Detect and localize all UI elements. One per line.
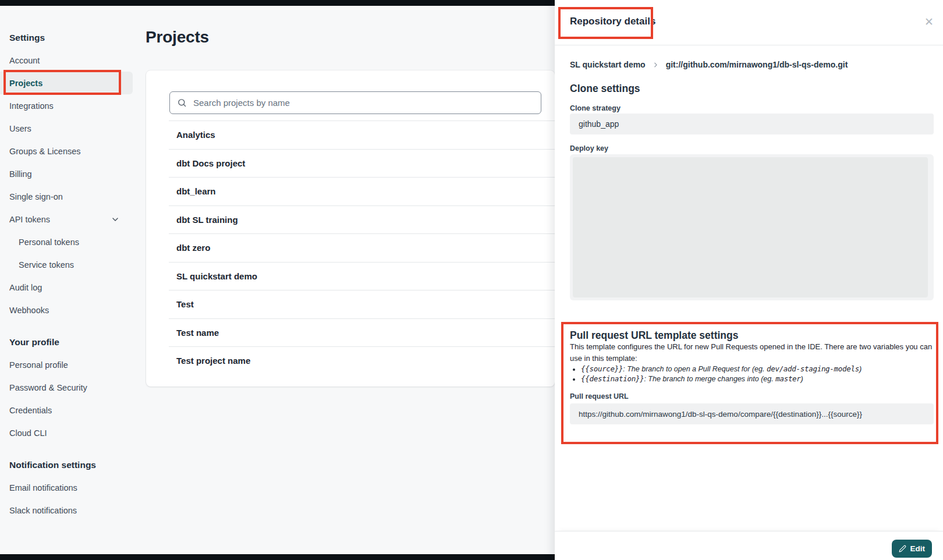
destination-example-code: master <box>775 374 800 383</box>
project-name: SL quickstart demo <box>176 271 257 281</box>
sidebar-item-label: Slack notifications <box>9 506 77 515</box>
pencil-icon <box>899 545 906 552</box>
project-row[interactable]: Analytics <box>169 120 555 149</box>
project-name: dbt Docs project <box>176 158 245 168</box>
breadcrumb-repo: git://github.com/mirnawong1/db-sl-qs-dem… <box>666 60 848 69</box>
project-row[interactable]: Test name <box>169 318 555 347</box>
project-row[interactable]: dbt zero <box>169 233 555 262</box>
sidebar-item-projects[interactable]: Projects <box>0 72 133 94</box>
panel-title: Repository details <box>570 16 655 27</box>
deploy-key-redacted-content <box>573 157 928 297</box>
project-row[interactable]: Test project name <box>169 346 555 375</box>
page-title: Projects <box>146 28 209 47</box>
sidebar-item-cloud-cli[interactable]: Cloud CLI <box>0 421 133 444</box>
project-row[interactable]: SL quickstart demo <box>169 262 555 290</box>
edit-button-label: Edit <box>910 544 926 553</box>
sidebar-item-api-tokens[interactable]: API tokens <box>0 208 133 231</box>
sidebar-item-webhooks[interactable]: Webhooks <box>0 299 133 321</box>
search-icon <box>177 98 187 108</box>
project-row[interactable]: dbt_learn <box>169 177 555 205</box>
sidebar-item-label: Cloud CLI <box>9 428 47 438</box>
close-button[interactable]: ✕ <box>920 13 938 31</box>
pr-variable-source: {{source}}: The branch to open a Pull Re… <box>581 364 862 374</box>
close-icon: ✕ <box>924 16 934 28</box>
pull-request-url-value: https://github.com/mirnawong1/db-sl-qs-d… <box>579 410 862 419</box>
sidebar-item-personal-tokens[interactable]: Personal tokens <box>0 231 133 253</box>
sidebar-item-label: Audit log <box>9 283 42 292</box>
project-name: Test <box>176 299 194 309</box>
deploy-key-label: Deploy key <box>570 144 608 153</box>
chevron-right-icon <box>652 61 660 69</box>
pr-template-heading: Pull request URL template settings <box>570 329 738 342</box>
deploy-key-field <box>570 154 934 300</box>
destination-variable-description: : The branch to merge changes into (eg. <box>644 375 775 383</box>
breadcrumb-project: SL quickstart demo <box>570 60 646 69</box>
bottom-chrome-strip <box>0 554 555 560</box>
settings-page: SettingsAccountProjectsIntegrationsUsers… <box>0 0 555 560</box>
project-name: Test project name <box>176 356 250 366</box>
sidebar-item-audit-log[interactable]: Audit log <box>0 276 133 299</box>
search-projects-field[interactable] <box>169 91 541 114</box>
clone-strategy-value: github_app <box>579 119 619 129</box>
sidebar-item-label: Personal tokens <box>19 238 79 247</box>
panel-footer: Edit <box>555 531 943 560</box>
sidebar-item-label: Password & Security <box>9 383 87 392</box>
sidebar-item-label: Billing <box>9 169 32 179</box>
sidebar-item-slack-notifications[interactable]: Slack notifications <box>0 499 133 522</box>
panel-header: Repository details ✕ <box>555 0 943 45</box>
sidebar-item-users[interactable]: Users <box>0 117 133 140</box>
sidebar-item-personal-profile[interactable]: Personal profile <box>0 353 133 376</box>
sidebar-item-password-security[interactable]: Password & Security <box>0 376 133 399</box>
source-variable: {{source}} <box>581 364 623 373</box>
repository-details-panel: Repository details ✕ SL quickstart demo … <box>555 0 943 560</box>
pr-description-line: use in this template: <box>570 353 932 364</box>
sidebar-section-heading: Your profile <box>0 331 134 353</box>
pr-template-variables: {{source}}: The branch to open a Pull Re… <box>570 364 862 384</box>
project-name: Analytics <box>176 130 215 140</box>
source-example-code: dev/add-staging-models <box>767 364 859 373</box>
sidebar-item-label: Integrations <box>9 101 54 111</box>
clone-settings-heading: Clone settings <box>570 83 640 95</box>
search-input[interactable] <box>192 97 534 108</box>
sidebar-item-label: Credentials <box>9 406 52 415</box>
sidebar-item-label: API tokens <box>9 215 50 224</box>
sidebar-item-integrations[interactable]: Integrations <box>0 94 133 117</box>
clone-strategy-label: Clone strategy <box>570 104 621 112</box>
project-name: dbt_learn <box>176 186 216 196</box>
sidebar-item-groups-licenses[interactable]: Groups & Licenses <box>0 140 133 162</box>
project-name: Test name <box>176 328 219 338</box>
sidebar-item-label: Email notifications <box>9 483 77 492</box>
projects-card: Analyticsdbt Docs projectdbt_learndbt SL… <box>146 70 555 387</box>
sidebar-item-label: Service tokens <box>19 260 74 270</box>
clone-strategy-field: github_app <box>570 114 934 134</box>
sidebar-item-service-tokens[interactable]: Service tokens <box>0 253 133 276</box>
chevron-down-icon <box>111 215 120 224</box>
project-row[interactable]: dbt SL training <box>169 205 555 234</box>
pull-request-url-field: https://github.com/mirnawong1/db-sl-qs-d… <box>570 403 934 424</box>
sidebar-item-label: Users <box>9 124 31 133</box>
project-row[interactable]: Test <box>169 290 555 318</box>
project-row[interactable]: dbt Docs project <box>169 149 555 178</box>
destination-suffix: ) <box>801 375 803 383</box>
sidebar-item-email-notifications[interactable]: Email notifications <box>0 476 133 499</box>
pr-description-line: This template configures the URL for new… <box>570 341 932 353</box>
source-suffix: ) <box>859 365 862 373</box>
pr-template-description: This template configures the URL for new… <box>570 341 932 364</box>
edit-button[interactable]: Edit <box>892 540 933 558</box>
sidebar-item-label: Groups & Licenses <box>9 147 81 156</box>
sidebar-item-billing[interactable]: Billing <box>0 162 133 185</box>
breadcrumb: SL quickstart demo git://github.com/mirn… <box>570 60 848 69</box>
sidebar-item-label: Personal profile <box>9 360 68 370</box>
pull-request-url-label: Pull request URL <box>570 392 629 400</box>
app-window: SettingsAccountProjectsIntegrationsUsers… <box>0 0 943 560</box>
project-name: dbt zero <box>176 243 210 253</box>
sidebar-item-account[interactable]: Account <box>0 49 133 72</box>
sidebar-item-single-sign-on[interactable]: Single sign-on <box>0 185 133 208</box>
project-list: Analyticsdbt Docs projectdbt_learndbt SL… <box>169 120 555 375</box>
sidebar-item-label: Webhooks <box>9 306 49 315</box>
top-chrome-strip <box>0 0 555 6</box>
sidebar-item-label: Single sign-on <box>9 192 63 201</box>
sidebar-item-label: Projects <box>9 79 42 88</box>
sidebar-item-credentials[interactable]: Credentials <box>0 399 133 421</box>
source-variable-description: : The branch to open a Pull Request for … <box>623 365 767 373</box>
